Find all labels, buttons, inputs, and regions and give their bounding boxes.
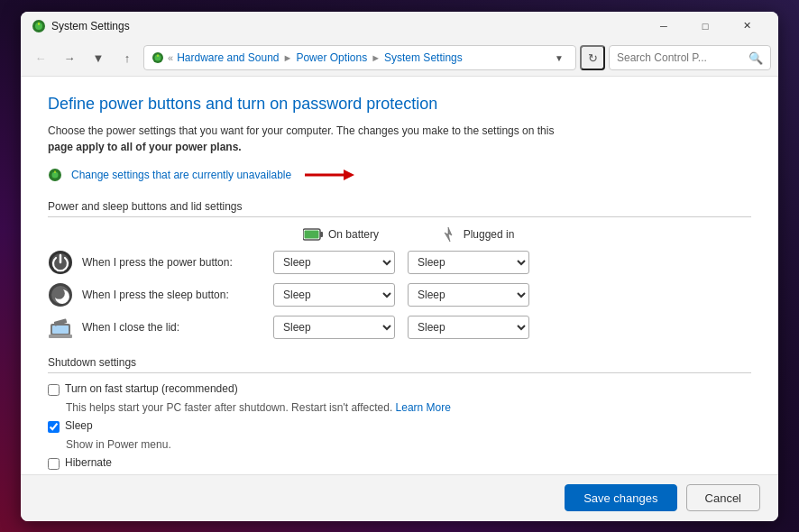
system-settings-window: System Settings ─ □ ✕ ← → ▼ ↑ « Hardware… (21, 12, 778, 521)
svg-marker-7 (344, 170, 354, 180)
power-button-row: When I press the power button: Sleep Do … (48, 250, 751, 275)
change-link-row: Change settings that are currently unava… (48, 166, 751, 184)
nav-bar: ← → ▼ ↑ « Hardware and Sound ► Power Opt… (21, 41, 778, 77)
svg-point-5 (52, 171, 59, 178)
shutdown-section: Shutdown settings Turn on fast startup (… (48, 356, 751, 470)
address-part3[interactable]: System Settings (384, 51, 463, 64)
close-button[interactable]: ✕ (726, 12, 767, 41)
footer: Save changes Cancel (21, 474, 778, 521)
power-sleep-section: Power and sleep buttons and lid settings… (48, 200, 751, 340)
sleep-checkbox-sub: Show in Power menu. (66, 438, 751, 451)
up-button[interactable]: ↑ (115, 45, 140, 70)
power-button-plugged-select[interactable]: Sleep Do nothing Hibernate Shut down (408, 251, 529, 274)
search-bar[interactable]: 🔍 (609, 45, 771, 70)
hibernate-row: Hibernate (48, 456, 751, 470)
minimize-button[interactable]: ─ (643, 12, 684, 41)
search-input[interactable] (617, 51, 745, 64)
col-header-battery: On battery (273, 227, 409, 242)
section2-title: Shutdown settings (48, 356, 751, 373)
hibernate-checkbox[interactable] (48, 458, 60, 470)
address-dropdown-button[interactable]: ▼ (550, 49, 568, 67)
address-part1[interactable]: Hardware and Sound (177, 51, 279, 64)
window-icon (32, 19, 46, 33)
save-changes-button[interactable]: Save changes (565, 484, 676, 511)
control-panel-icon (152, 51, 164, 64)
lid-selects: Sleep Do nothing Hibernate Shut down Sle… (273, 316, 529, 339)
columns-header: On battery Plugged in (273, 226, 751, 243)
col-header-plugged: Plugged in (409, 226, 544, 243)
lid-row: When I close the lid: Sleep Do nothing H… (48, 315, 751, 340)
lid-battery-select[interactable]: Sleep Do nothing Hibernate Shut down (273, 316, 395, 339)
lid-label: When I close the lid: (82, 321, 179, 334)
section1-title: Power and sleep buttons and lid settings (48, 200, 751, 217)
power-button-selects: Sleep Do nothing Hibernate Shut down Sle… (273, 251, 529, 274)
forward-button[interactable]: → (57, 45, 82, 70)
sleep-button-label-area: When I press the sleep button: (48, 282, 273, 307)
shield-icon (48, 168, 62, 182)
sleep-button-plugged-select[interactable]: Sleep Do nothing Hibernate Shut down (408, 283, 529, 307)
page-title: Define power buttons and turn on passwor… (48, 95, 751, 114)
sleep-button-selects: Sleep Do nothing Hibernate Shut down Sle… (273, 283, 529, 307)
sleep-checkbox-label: Sleep (65, 419, 93, 432)
address-arrow1: ► (283, 52, 293, 63)
power-button-label-area: When I press the power button: (48, 250, 273, 275)
red-arrow-icon (300, 166, 354, 184)
fast-startup-row: Turn on fast startup (recommended) (48, 382, 751, 396)
sleep-button-battery-select[interactable]: Sleep Do nothing Hibernate Shut down (273, 283, 395, 307)
fast-startup-sub: This helps start your PC faster after sh… (66, 401, 751, 414)
learn-more-link[interactable]: Learn More (396, 401, 451, 414)
lid-label-area: When I close the lid: (48, 315, 273, 340)
sleep-checkbox-row: Sleep (48, 419, 751, 433)
power-button-icon (48, 250, 73, 275)
address-bar[interactable]: « Hardware and Sound ► Power Options ► S… (143, 45, 576, 70)
address-arrow2: ► (371, 52, 381, 63)
svg-marker-11 (445, 227, 452, 242)
sleep-button-label: When I press the sleep button: (82, 289, 229, 301)
hibernate-label: Hibernate (65, 456, 112, 469)
power-button-battery-select[interactable]: Sleep Do nothing Hibernate Shut down (273, 251, 395, 274)
page-desc: Choose the power settings that you want … (48, 123, 751, 155)
change-settings-link[interactable]: Change settings that are currently unava… (71, 169, 291, 181)
content-area: Define power buttons and turn on passwor… (21, 77, 778, 474)
title-bar-title: System Settings (51, 20, 643, 32)
svg-rect-10 (304, 230, 318, 238)
sleep-button-icon (48, 282, 73, 307)
svg-rect-18 (49, 335, 72, 338)
svg-rect-9 (320, 232, 323, 237)
lid-icon (48, 315, 73, 340)
fast-startup-label: Turn on fast startup (recommended) (65, 382, 238, 395)
title-bar: System Settings ─ □ ✕ (21, 12, 778, 41)
power-button-label: When I press the power button: (82, 256, 233, 269)
back-button[interactable]: ← (28, 45, 53, 70)
refresh-button[interactable]: ↻ (580, 45, 605, 70)
recent-locations-button[interactable]: ▼ (86, 45, 111, 70)
lid-plugged-select[interactable]: Sleep Do nothing Hibernate Shut down (408, 316, 529, 339)
cancel-button[interactable]: Cancel (686, 484, 760, 511)
svg-rect-17 (52, 326, 69, 334)
sleep-button-row: When I press the sleep button: Sleep Do … (48, 282, 751, 307)
address-part2[interactable]: Power Options (296, 51, 367, 64)
plugged-icon (438, 226, 458, 243)
search-icon: 🔍 (748, 51, 763, 65)
fast-startup-checkbox[interactable] (48, 384, 60, 396)
maximize-button[interactable]: □ (684, 12, 726, 41)
address-sep1: « (168, 52, 173, 63)
battery-icon (303, 227, 323, 242)
title-bar-controls: ─ □ ✕ (643, 12, 767, 41)
sleep-checkbox[interactable] (48, 421, 60, 433)
